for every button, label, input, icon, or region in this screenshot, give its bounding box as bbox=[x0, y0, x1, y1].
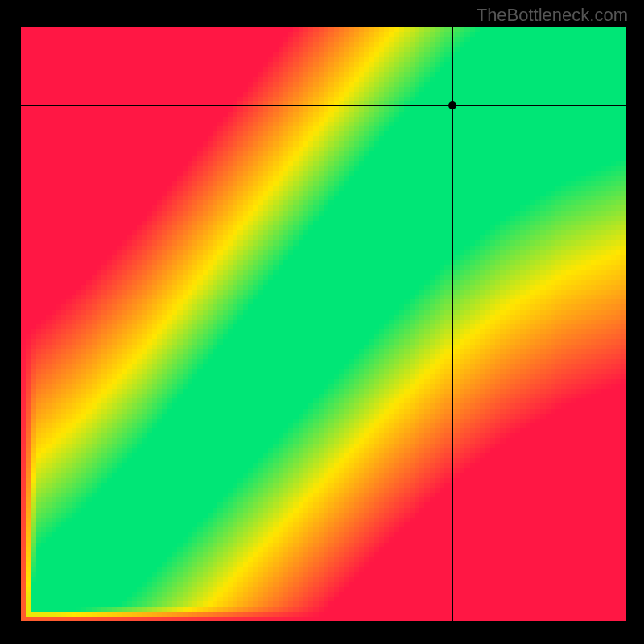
watermark-text: TheBottleneck.com bbox=[477, 5, 628, 26]
heatmap-canvas bbox=[21, 27, 626, 621]
heatmap-plot bbox=[21, 27, 626, 621]
data-point-marker bbox=[448, 101, 456, 109]
crosshair-vertical bbox=[452, 27, 453, 621]
crosshair-horizontal bbox=[21, 105, 626, 106]
